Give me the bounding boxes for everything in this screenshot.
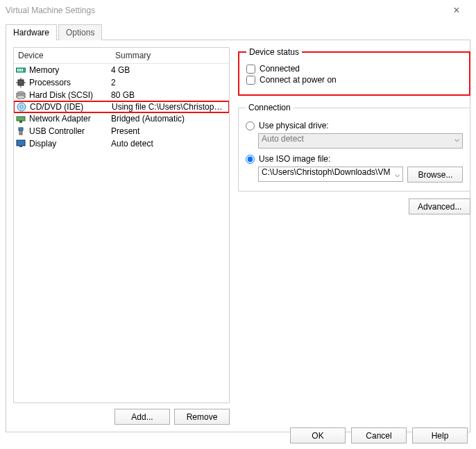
svg-rect-3 — [22, 69, 23, 71]
device-row[interactable]: Processors2 — [14, 76, 229, 89]
connection-legend: Connection — [246, 103, 294, 112]
client-area: Hardware Options Device Summary Memory4 … — [0, 21, 476, 432]
svg-rect-1 — [17, 69, 19, 71]
physical-drive-value: Auto detect — [262, 134, 304, 144]
device-row[interactable]: DisplayAuto detect — [14, 137, 229, 150]
iso-path-value: C:\Users\Christoph\Downloads\VM — [262, 167, 390, 177]
device-name: Hard Disk (SCSI) — [29, 90, 111, 100]
device-summary: Bridged (Automatic) — [111, 114, 228, 124]
close-icon[interactable]: × — [443, 4, 470, 17]
help-button[interactable]: Help — [412, 427, 468, 443]
device-status-legend: Device status — [246, 47, 302, 57]
svg-rect-4 — [18, 80, 24, 85]
device-name: Display — [29, 139, 111, 149]
svg-point-13 — [20, 105, 23, 108]
device-name: USB Controller — [29, 126, 111, 136]
tab-options[interactable]: Options — [58, 24, 102, 40]
device-list-header: Device Summary — [14, 48, 229, 64]
window-title: Virtual Machine Settings — [6, 6, 443, 15]
svg-rect-19 — [19, 146, 22, 147]
device-list: Device Summary Memory4 GBProcessors2Hard… — [13, 47, 230, 403]
cd-icon — [16, 102, 27, 112]
device-summary: 80 GB — [111, 90, 228, 100]
svg-rect-16 — [19, 128, 23, 130]
tab-bar: Hardware Options — [6, 24, 470, 40]
dialog-buttons: OK Cancel Help — [290, 427, 468, 443]
connected-checkbox[interactable] — [246, 65, 255, 74]
disk-icon — [15, 90, 26, 100]
device-summary: Present — [111, 126, 228, 136]
device-summary: 4 GB — [111, 65, 228, 75]
connected-row[interactable]: Connected — [246, 64, 462, 74]
svg-rect-18 — [17, 140, 25, 146]
connected-label: Connected — [260, 64, 300, 74]
use-iso-row[interactable]: Use ISO image file: — [246, 154, 463, 164]
device-name: Memory — [29, 65, 111, 75]
device-list-rows: Memory4 GBProcessors2Hard Disk (SCSI)80 … — [14, 64, 229, 150]
column-summary[interactable]: Summary — [111, 48, 229, 63]
device-name: CD/DVD (IDE) — [30, 102, 112, 112]
tab-hardware-label: Hardware — [13, 28, 49, 37]
use-physical-row[interactable]: Use physical drive: — [246, 121, 463, 130]
use-physical-radio[interactable] — [246, 121, 255, 130]
connect-poweron-label: Connect at power on — [260, 75, 337, 85]
device-summary: Auto detect — [111, 139, 228, 149]
svg-point-11 — [17, 95, 25, 99]
use-iso-label: Use ISO image file: — [259, 154, 330, 164]
right-pane: Device status Connected Connect at power… — [238, 47, 470, 425]
network-icon — [15, 114, 26, 124]
connect-poweron-checkbox[interactable] — [246, 76, 255, 85]
chevron-down-icon[interactable]: ⌵ — [395, 169, 400, 179]
iso-path-input[interactable]: C:\Users\Christoph\Downloads\VM ⌵ — [258, 167, 403, 182]
add-button[interactable]: Add... — [114, 409, 170, 425]
device-name: Processors — [29, 78, 111, 87]
usb-icon — [15, 126, 26, 136]
tab-options-label: Options — [66, 28, 94, 37]
svg-rect-15 — [19, 121, 22, 123]
memory-icon — [15, 65, 26, 75]
advanced-row: Advanced... — [238, 198, 470, 214]
device-summary: Using file C:\Users\Christoph\D... — [112, 102, 227, 112]
svg-rect-14 — [17, 117, 25, 121]
browse-button[interactable]: Browse... — [407, 167, 463, 183]
cpu-icon — [15, 78, 26, 87]
advanced-button[interactable]: Advanced... — [409, 198, 470, 214]
device-row[interactable]: Hard Disk (SCSI)80 GB — [14, 89, 229, 101]
display-icon — [15, 139, 26, 149]
left-pane: Device Summary Memory4 GBProcessors2Hard… — [13, 47, 230, 425]
svg-rect-2 — [19, 69, 21, 71]
titlebar: Virtual Machine Settings × — [0, 0, 476, 21]
device-row[interactable]: Memory4 GB — [14, 64, 229, 76]
use-iso-radio[interactable] — [246, 155, 255, 164]
tab-content: Device Summary Memory4 GBProcessors2Hard… — [6, 40, 470, 432]
cancel-button[interactable]: Cancel — [351, 427, 407, 443]
vm-settings-window: Virtual Machine Settings × Hardware Opti… — [0, 0, 476, 449]
ok-button[interactable]: OK — [290, 427, 346, 443]
physical-drive-dropdown: Auto detect ⌵ — [258, 133, 463, 149]
tab-hardware[interactable]: Hardware — [6, 24, 57, 40]
device-row[interactable]: USB ControllerPresent — [14, 125, 229, 137]
connect-poweron-row[interactable]: Connect at power on — [246, 75, 462, 85]
device-list-buttons: Add... Remove — [13, 403, 230, 425]
chevron-down-icon: ⌵ — [454, 134, 459, 144]
column-device[interactable]: Device — [14, 48, 111, 63]
device-name: Network Adapter — [29, 114, 111, 124]
use-physical-label: Use physical drive: — [259, 121, 329, 130]
device-status-group: Device status Connected Connect at power… — [238, 47, 470, 96]
svg-rect-17 — [19, 130, 22, 135]
device-summary: 2 — [111, 78, 228, 87]
physical-drive-row: Auto detect ⌵ — [246, 133, 463, 149]
iso-path-row: C:\Users\Christoph\Downloads\VM ⌵ Browse… — [246, 167, 463, 183]
device-row[interactable]: CD/DVD (IDE)Using file C:\Users\Christop… — [13, 101, 230, 113]
device-row[interactable]: Network AdapterBridged (Automatic) — [14, 112, 229, 125]
remove-button[interactable]: Remove — [174, 409, 230, 425]
connection-group: Connection Use physical drive: Auto dete… — [238, 103, 470, 192]
